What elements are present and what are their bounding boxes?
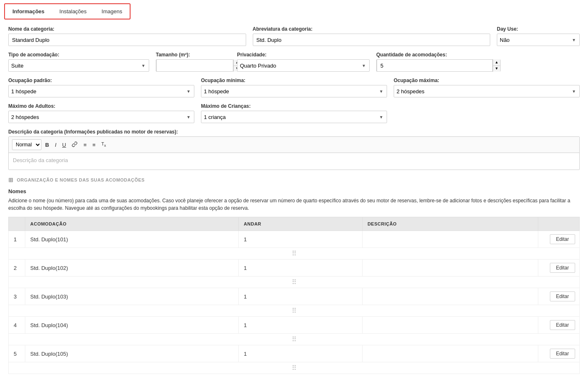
row-edit-2: Editar [538, 288, 580, 305]
row-andar-2: 1 [239, 288, 363, 305]
table-row: 3 Std. Duplo(103) 1 Editar [9, 288, 580, 305]
names-title: Nomes [8, 188, 580, 194]
ocupacao-maxima-select-wrap: 1 hóspede 2 hóspedes 3 hóspedes ▼ [394, 85, 580, 97]
row-andar-0: 1 [239, 231, 363, 248]
underline-button[interactable]: U [60, 141, 68, 149]
ocupacao-minima-label: Ocupação mínima: [201, 78, 387, 83]
day-use-chevron: ▼ [569, 38, 579, 42]
table-row: 1 Std. Duplo(101) 1 Editar [9, 231, 580, 248]
editor-content[interactable]: Descrição da categoria [9, 153, 579, 170]
max-criancas-label: Máximo de Crianças: [201, 103, 387, 109]
table-header: ACOMODAÇÃO ANDAR DESCRIÇÃO [9, 217, 580, 231]
qtd-down-btn[interactable]: ▼ [493, 66, 500, 72]
max-adultos-select[interactable]: 1 hóspede 2 hóspedes 3 hóspedes [9, 111, 183, 123]
row-edit-4: Editar [538, 345, 580, 362]
max-criancas-select[interactable]: 0 crianças 1 criança 2 crianças [201, 111, 376, 123]
qtd-spinner: ▲ ▼ [376, 59, 501, 72]
descricao-label: Descrição da categoria (Informações publ… [8, 129, 580, 135]
nome-categoria-input[interactable] [8, 34, 246, 46]
edit-button-4[interactable]: Editar [550, 349, 575, 359]
drag-handle-4[interactable]: ⠿ [9, 362, 580, 374]
row-andar-4: 1 [239, 345, 363, 362]
row-num-1: 2 [9, 260, 25, 277]
tipo-acomodacao-label: Tipo de acomodação: [8, 52, 149, 58]
ocupacao-maxima-label: Ocupação máxima: [394, 78, 580, 83]
qtd-acomodacoes-label: Quantidade de acomodações: [376, 52, 501, 58]
drag-row-3: ⠿ [9, 334, 580, 345]
row-acomodacao-3: Std. Duplo(104) [25, 317, 239, 334]
editor-toolbar: Normal Título 1 Título 2 B I U ≡ ≡ Tx [9, 137, 579, 153]
table-row: 5 Std. Duplo(105) 1 Editar [9, 345, 580, 362]
day-use-select-wrap: Não Sim ▼ [497, 34, 580, 46]
section-divider: ⊞ ORGANIZAÇÃO E NOMES DAS SUAS ACOMODAÇÕ… [8, 177, 580, 183]
ocupacao-padrao-label: Ocupação padrão: [8, 78, 194, 83]
row-edit-3: Editar [538, 317, 580, 334]
qtd-input[interactable] [377, 59, 493, 72]
bold-button[interactable]: B [43, 141, 51, 149]
ocupacao-minima-chevron: ▼ [376, 89, 387, 94]
drag-handle-1[interactable]: ⠿ [9, 277, 580, 288]
privacidade-select[interactable]: Quarto Privado Dormitório Compartilhado [237, 60, 358, 71]
drag-handle-3[interactable]: ⠿ [9, 334, 580, 345]
ocupacao-padrao-select[interactable]: 1 hóspede 2 hóspedes 3 hóspedes [9, 85, 183, 97]
clear-format-button[interactable]: Tx [99, 141, 108, 148]
day-use-label: Day Use: [497, 26, 580, 32]
row-descricao-2 [362, 288, 538, 305]
th-andar: ANDAR [239, 217, 363, 231]
abreviatura-input[interactable] [253, 34, 491, 46]
table-row: 2 Std. Duplo(102) 1 Editar [9, 260, 580, 277]
row-num-3: 4 [9, 317, 25, 334]
ocupacao-minima-select[interactable]: 1 hóspede 2 hóspedes [201, 85, 376, 97]
names-section: Nomes Adicione o nome (ou número) para c… [8, 188, 580, 212]
tab-informacoes[interactable]: Informações [9, 7, 48, 16]
table-row: 4 Std. Duplo(104) 1 Editar [9, 317, 580, 334]
tamanho-spinner: ▲ ▼ [156, 59, 222, 72]
table-body: 1 Std. Duplo(101) 1 Editar ⠿ 2 Std. Dupl… [9, 231, 580, 374]
drag-row-1: ⠿ [9, 277, 580, 288]
group-privacidade: Privacidade: Quarto Privado Dormitório C… [237, 52, 370, 72]
day-use-select[interactable]: Não Sim [497, 34, 569, 46]
ocupacao-maxima-chevron: ▼ [569, 89, 579, 94]
edit-button-3[interactable]: Editar [550, 320, 575, 330]
drag-handle-0[interactable]: ⠿ [9, 248, 580, 260]
tab-instalacoes[interactable]: Instalações [56, 7, 90, 16]
row-acomodacao-0: Std. Duplo(101) [25, 231, 239, 248]
tipo-chevron: ▼ [138, 63, 149, 68]
row-descricao-0 [362, 231, 538, 248]
drag-row-4: ⠿ [9, 362, 580, 374]
table-header-row: ACOMODAÇÃO ANDAR DESCRIÇÃO [9, 217, 580, 231]
ocupacao-maxima-select[interactable]: 1 hóspede 2 hóspedes 3 hóspedes [394, 85, 569, 97]
edit-button-0[interactable]: Editar [550, 234, 575, 244]
tamanho-input[interactable] [156, 59, 233, 72]
link-button[interactable] [70, 141, 80, 149]
th-num [9, 217, 25, 231]
form-area: Nome da categoria: Abreviatura da catego… [0, 26, 588, 374]
style-select[interactable]: Normal Título 1 Título 2 [12, 139, 41, 150]
qtd-up-btn[interactable]: ▲ [493, 59, 500, 66]
names-description: Adicione o nome (ou número) para cada um… [8, 197, 580, 212]
tipo-acomodacao-select-wrap: Suite Quarto Bangalô Chalé ▼ [8, 59, 149, 72]
edit-button-2[interactable]: Editar [550, 291, 575, 301]
ordered-list-button[interactable]: ≡ [90, 141, 98, 149]
group-ocupacao-minima: Ocupação mínima: 1 hóspede 2 hóspedes ▼ [201, 78, 387, 97]
editor-box: Normal Título 1 Título 2 B I U ≡ ≡ Tx De… [8, 136, 580, 170]
qtd-spinner-btns: ▲ ▼ [493, 59, 500, 72]
max-criancas-select-wrap: 0 crianças 1 criança 2 crianças ▼ [201, 111, 387, 123]
th-descricao: DESCRIÇÃO [362, 217, 538, 231]
italic-button[interactable]: I [53, 141, 58, 149]
section-icon: ⊞ [8, 177, 14, 183]
th-acomodacao: ACOMODAÇÃO [25, 217, 239, 231]
group-day-use: Day Use: Não Sim ▼ [497, 26, 580, 46]
drag-handle-2[interactable]: ⠿ [9, 305, 580, 317]
tab-imagens[interactable]: Imagens [98, 7, 126, 16]
edit-button-1[interactable]: Editar [550, 263, 575, 273]
row-acomodacao-1: Std. Duplo(102) [25, 260, 239, 277]
description-section: Descrição da categoria (Informações publ… [8, 129, 580, 170]
ocupacao-padrao-select-wrap: 1 hóspede 2 hóspedes 3 hóspedes ▼ [8, 85, 194, 97]
group-ocupacao-padrao: Ocupação padrão: 1 hóspede 2 hóspedes 3 … [8, 78, 194, 97]
unordered-list-button[interactable]: ≡ [81, 141, 89, 149]
row-edit-0: Editar [538, 231, 580, 248]
tipo-acomodacao-select[interactable]: Suite Quarto Bangalô Chalé [9, 60, 138, 71]
max-adultos-label: Máximo de Adultos: [8, 103, 194, 109]
row-num-2: 3 [9, 288, 25, 305]
